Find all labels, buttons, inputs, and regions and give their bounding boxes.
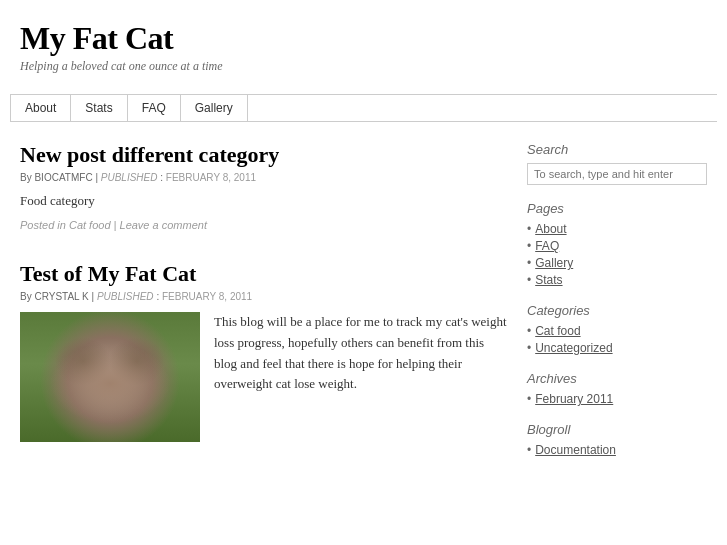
nav-item-gallery[interactable]: Gallery [181, 95, 248, 121]
sidebar-page-gallery: Gallery [527, 256, 707, 270]
post-1-footer: Posted in Cat food | Leave a comment [20, 219, 507, 231]
sidebar-pages-title: Pages [527, 201, 707, 216]
main-nav: About Stats FAQ Gallery [10, 94, 717, 122]
search-input[interactable] [527, 163, 707, 185]
sidebar-page-stats-link[interactable]: Stats [535, 273, 562, 287]
post-2: Test of My Fat Cat By CRYSTAL K | Publis… [20, 261, 507, 442]
post-1-title[interactable]: New post different category [20, 142, 507, 168]
sidebar-search-box [527, 163, 707, 185]
sidebar-archives-list: February 2011 [527, 392, 707, 406]
sidebar-search-title: Search [527, 142, 707, 157]
sidebar-blogroll-title: Blogroll [527, 422, 707, 437]
sidebar-blogroll-docs: Documentation [527, 443, 707, 457]
post-2-title[interactable]: Test of My Fat Cat [20, 261, 507, 287]
sidebar-page-faq-link[interactable]: FAQ [535, 239, 559, 253]
nav-link-about[interactable]: About [10, 95, 71, 121]
post-1-date: FEBRUARY 8, 2011 [166, 172, 256, 183]
site-title: My Fat Cat [20, 20, 707, 57]
sidebar-search-section: Search [527, 142, 707, 185]
sidebar-pages-section: Pages About FAQ Gallery Stats [527, 201, 707, 287]
post-2-date: FEBRUARY 8, 2011 [162, 291, 252, 302]
nav-link-faq[interactable]: FAQ [128, 95, 181, 121]
nav-item-about[interactable]: About [10, 95, 71, 121]
sidebar-categories-title: Categories [527, 303, 707, 318]
sidebar-categories-section: Categories Cat food Uncategorized [527, 303, 707, 355]
post-1: New post different category By BIOCATMFC… [20, 142, 507, 231]
post-1-footer-sep: | [114, 219, 117, 231]
sidebar: Search Pages About FAQ Gallery Stats Cat… [527, 142, 707, 473]
sidebar-cat-uncategorized-link[interactable]: Uncategorized [535, 341, 612, 355]
sidebar-page-stats: Stats [527, 273, 707, 287]
sidebar-cat-catfood: Cat food [527, 324, 707, 338]
sidebar-cat-uncategorized: Uncategorized [527, 341, 707, 355]
post-1-posted-in: Posted in [20, 219, 66, 231]
post-2-image-inner [20, 312, 200, 442]
sidebar-archive-feb2011-link[interactable]: February 2011 [535, 392, 613, 406]
post-1-cat-food-link[interactable]: Cat food [69, 219, 111, 231]
post-1-meta: By BIOCATMFC | Published : FEBRUARY 8, 2… [20, 172, 507, 183]
sidebar-archive-feb2011: February 2011 [527, 392, 707, 406]
post-1-published-label: Published [101, 172, 158, 183]
nav-link-gallery[interactable]: Gallery [181, 95, 248, 121]
post-2-meta: By CRYSTAL K | Published : FEBRUARY 8, 2… [20, 291, 507, 302]
post-1-by-label: By [20, 172, 34, 183]
sidebar-blogroll-list: Documentation [527, 443, 707, 457]
post-1-category: Food category [20, 193, 507, 209]
sidebar-blogroll-docs-link[interactable]: Documentation [535, 443, 616, 457]
post-2-by-label: By [20, 291, 34, 302]
post-2-author: CRYSTAL K [34, 291, 88, 302]
sidebar-archives-section: Archives February 2011 [527, 371, 707, 406]
nav-item-stats[interactable]: Stats [71, 95, 127, 121]
nav-list: About Stats FAQ Gallery [10, 95, 717, 121]
sidebar-categories-list: Cat food Uncategorized [527, 324, 707, 355]
post-2-image-wrap: This blog will be a place for me to trac… [20, 312, 507, 442]
sidebar-cat-catfood-link[interactable]: Cat food [535, 324, 580, 338]
sidebar-pages-list: About FAQ Gallery Stats [527, 222, 707, 287]
nav-item-faq[interactable]: FAQ [128, 95, 181, 121]
sidebar-blogroll-section: Blogroll Documentation [527, 422, 707, 457]
sidebar-page-gallery-link[interactable]: Gallery [535, 256, 573, 270]
post-2-content: This blog will be a place for me to trac… [214, 312, 507, 442]
sidebar-page-about-link[interactable]: About [535, 222, 566, 236]
post-2-published-label: Published [97, 291, 154, 302]
site-subtitle: Helping a beloved cat one ounce at a tim… [20, 59, 707, 74]
post-1-comment-link[interactable]: Leave a comment [120, 219, 207, 231]
post-1-author: BIOCATMFC [34, 172, 92, 183]
post-2-image [20, 312, 200, 442]
main-content: New post different category By BIOCATMFC… [20, 142, 507, 473]
sidebar-page-about: About [527, 222, 707, 236]
sidebar-page-faq: FAQ [527, 239, 707, 253]
nav-link-stats[interactable]: Stats [71, 95, 127, 121]
sidebar-archives-title: Archives [527, 371, 707, 386]
